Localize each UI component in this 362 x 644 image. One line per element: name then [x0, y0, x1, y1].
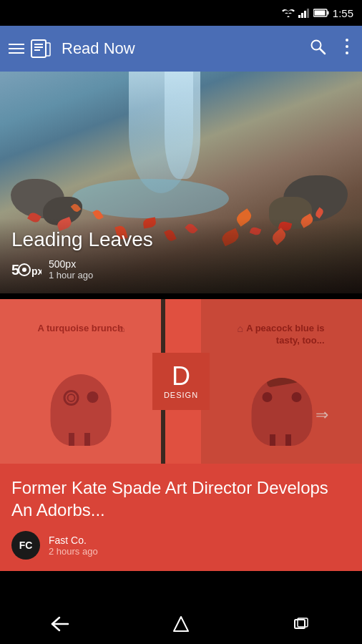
app-logo-icon	[30, 39, 52, 59]
svg-rect-1	[301, 13, 303, 18]
svg-point-17	[346, 52, 348, 54]
svg-rect-10	[34, 47, 43, 48]
battery-icon: ⚡	[313, 9, 329, 17]
status-bar: ⚡ 1:55	[0, 0, 362, 26]
card-2-image: A turquoise brunch ⌂ A peac	[0, 299, 362, 464]
status-icons: ⚡ 1:55	[282, 7, 353, 19]
vertical-dots-icon	[345, 39, 349, 54]
svg-rect-11	[34, 49, 40, 51]
card-kate-spade[interactable]: A turquoise brunch ⌂ A peac	[0, 299, 362, 571]
source-avatar-fc: FC	[11, 531, 40, 560]
svg-rect-2	[304, 11, 306, 18]
source-logo-500px-icon: 5 px	[11, 260, 41, 279]
svg-rect-6	[314, 11, 325, 16]
home-button[interactable]	[160, 610, 202, 638]
svg-rect-8	[31, 40, 46, 57]
design-badge-text: DESIGN	[164, 391, 198, 399]
svg-point-16	[346, 45, 348, 48]
card-1-title: Leading Leaves	[11, 228, 351, 251]
svg-rect-9	[34, 44, 43, 45]
design-panel-left: A turquoise brunch ⌂	[0, 299, 161, 464]
svg-rect-5	[327, 11, 328, 15]
avatar-text: FC	[19, 540, 33, 551]
card-1-overlay: Leading Leaves 5 px 500px 1 hour ago	[0, 218, 362, 293]
back-icon	[51, 616, 69, 632]
char-illustration-right: A peacock blue is tasty, too... ⌂ ⇒	[232, 317, 332, 446]
card-2-meta: FC Fast Co. 2 hours ago	[11, 531, 351, 560]
svg-text:px: px	[31, 265, 41, 277]
navigation-bar	[0, 604, 362, 644]
app-title: Read Now	[62, 39, 295, 58]
panel-right-text: A peacock blue is tasty, too...	[232, 323, 325, 347]
home-icon	[172, 615, 190, 633]
card-1-source-name: 500px	[49, 258, 93, 270]
card-1-meta: 5 px 500px 1 hour ago	[11, 258, 351, 280]
recent-apps-icon	[293, 617, 310, 631]
panel-left-text: A turquoise brunch	[38, 323, 123, 335]
svg-line-14	[320, 49, 325, 54]
svg-rect-0	[298, 15, 300, 18]
design-badge: D DESIGN	[152, 353, 210, 410]
status-time: 1:55	[333, 7, 353, 19]
card-leading-leaves[interactable]: Leading Leaves 5 px 500px 1 hour ago	[0, 72, 362, 293]
back-button[interactable]	[39, 610, 82, 638]
recent-apps-button[interactable]	[280, 610, 323, 638]
card-2-source-time: 2 hours ago	[49, 546, 98, 557]
design-badge-letter: D	[172, 364, 190, 389]
svg-marker-23	[174, 617, 188, 631]
svg-point-20	[22, 268, 26, 272]
wifi-icon	[282, 8, 295, 18]
design-panel-right: A peacock blue is tasty, too... ⌂ ⇒	[201, 299, 362, 464]
search-button[interactable]	[305, 34, 331, 64]
svg-point-15	[346, 39, 348, 42]
app-bar: Read Now	[0, 26, 362, 72]
card-2-content: Former Kate Spade Art Director Develops …	[0, 464, 362, 571]
nav-open-button[interactable]	[9, 39, 52, 59]
card-2-title: Former Kate Spade Art Director Develops …	[11, 477, 351, 521]
hamburger-icon	[9, 44, 24, 54]
signal-icon	[298, 8, 310, 18]
card-1-source-info: 500px 1 hour ago	[49, 258, 93, 280]
card-2-source-name: Fast Co.	[49, 535, 98, 546]
more-options-button[interactable]	[341, 34, 353, 63]
card-1-source-time: 1 hour ago	[49, 270, 93, 280]
svg-rect-3	[307, 9, 309, 18]
search-icon	[309, 38, 326, 55]
char-illustration-left: A turquoise brunch ⌂	[31, 317, 131, 446]
card-2-source-info: Fast Co. 2 hours ago	[49, 535, 98, 557]
